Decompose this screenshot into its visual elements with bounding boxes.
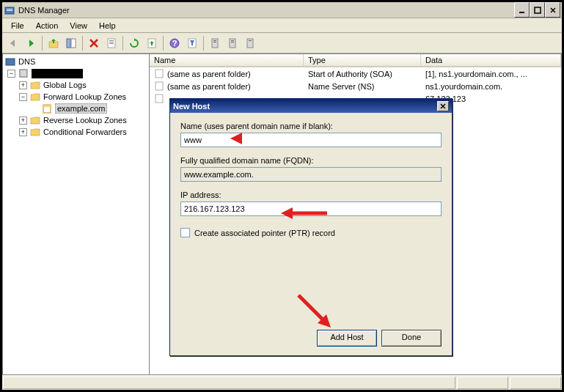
column-name[interactable]: Name bbox=[150, 54, 304, 67]
svg-rect-1 bbox=[7, 9, 12, 10]
add-host-button[interactable]: Add Host bbox=[317, 330, 377, 347]
svg-rect-28 bbox=[6, 59, 15, 65]
name-input[interactable] bbox=[180, 133, 442, 147]
window-title: DNS Manager bbox=[18, 6, 514, 15]
menu-action[interactable]: Action bbox=[30, 20, 65, 32]
svg-rect-13 bbox=[109, 40, 114, 41]
tree-server[interactable]: − bbox=[4, 67, 147, 79]
folder-icon bbox=[29, 79, 41, 91]
svg-rect-34 bbox=[155, 95, 163, 103]
ptr-checkbox[interactable] bbox=[180, 228, 190, 237]
server-name-redacted bbox=[32, 69, 83, 78]
dialog-close-button[interactable] bbox=[437, 101, 449, 111]
app-icon bbox=[4, 4, 15, 16]
collapse-icon[interactable]: − bbox=[7, 70, 15, 78]
tree-reverse-lookup-zones[interactable]: + Reverse Lookup Zones bbox=[4, 114, 147, 126]
svg-text:?: ? bbox=[172, 39, 177, 48]
zone-icon bbox=[41, 103, 53, 114]
folder-icon bbox=[29, 114, 41, 126]
svg-rect-15 bbox=[109, 43, 114, 44]
maximize-button[interactable] bbox=[530, 2, 545, 18]
svg-rect-8 bbox=[67, 39, 70, 48]
tree-conditional-forwarders[interactable]: + Conditional Forwarders bbox=[4, 126, 147, 138]
forward-button[interactable] bbox=[23, 35, 39, 51]
svg-rect-3 bbox=[519, 12, 524, 13]
expand-icon[interactable]: + bbox=[19, 128, 27, 136]
record-icon bbox=[154, 93, 164, 105]
delete-button[interactable] bbox=[86, 35, 102, 51]
refresh-button[interactable] bbox=[126, 35, 142, 51]
tool1-button[interactable] bbox=[207, 35, 223, 51]
show-hide-button[interactable] bbox=[63, 35, 79, 51]
svg-rect-25 bbox=[231, 42, 234, 42]
dns-icon bbox=[4, 56, 16, 67]
column-data[interactable]: Data bbox=[421, 54, 561, 67]
name-label: Name (uses parent domain name if blank): bbox=[180, 122, 442, 130]
svg-rect-31 bbox=[43, 105, 51, 107]
menu-help[interactable]: Help bbox=[93, 20, 122, 32]
svg-rect-20 bbox=[212, 39, 218, 48]
export-button[interactable] bbox=[144, 35, 160, 51]
column-type[interactable]: Type bbox=[304, 54, 421, 67]
record-icon bbox=[154, 68, 164, 80]
svg-rect-23 bbox=[230, 39, 235, 48]
ip-input[interactable] bbox=[180, 201, 442, 216]
done-button[interactable]: Done bbox=[381, 330, 442, 347]
up-button[interactable] bbox=[45, 35, 62, 51]
svg-rect-14 bbox=[109, 42, 114, 42]
svg-rect-9 bbox=[71, 39, 76, 48]
svg-rect-24 bbox=[231, 40, 234, 41]
status-cell bbox=[457, 377, 508, 389]
record-icon bbox=[154, 81, 164, 92]
ptr-label: Create associated pointer (PTR) record bbox=[194, 229, 335, 237]
svg-rect-22 bbox=[213, 42, 216, 42]
tree-root[interactable]: DNS bbox=[4, 56, 147, 67]
tree-pane[interactable]: DNS − + Global Logs − Forward Lookup Zon… bbox=[3, 54, 150, 374]
svg-rect-21 bbox=[213, 40, 216, 41]
svg-rect-33 bbox=[155, 82, 163, 90]
svg-rect-32 bbox=[155, 70, 163, 78]
tree-example-zone[interactable]: example.com bbox=[4, 103, 147, 114]
tree-forward-lookup-zones[interactable]: − Forward Lookup Zones bbox=[4, 91, 147, 103]
close-button[interactable] bbox=[545, 2, 560, 18]
help-button[interactable]: ? bbox=[166, 35, 183, 51]
status-cell bbox=[510, 377, 561, 389]
tool3-button[interactable] bbox=[242, 35, 258, 51]
expand-icon[interactable]: + bbox=[19, 81, 27, 89]
fqdn-label: Fully qualified domain name (FQDN): bbox=[180, 156, 442, 165]
dns-manager-window: DNS Manager File Action View Help ? bbox=[0, 0, 564, 392]
folder-icon bbox=[29, 91, 41, 103]
collapse-icon[interactable]: − bbox=[19, 93, 27, 101]
back-button[interactable] bbox=[5, 35, 21, 51]
titlebar: DNS Manager bbox=[2, 2, 562, 18]
list-row[interactable]: (same as parent folder) Start of Authori… bbox=[150, 67, 561, 80]
statusbar bbox=[2, 375, 562, 390]
svg-rect-2 bbox=[7, 10, 12, 11]
new-host-dialog: New Host Name (uses parent domain name i… bbox=[169, 98, 453, 356]
list-row[interactable]: (same as parent folder) Name Server (NS)… bbox=[150, 80, 561, 92]
dialog-title: New Host bbox=[173, 102, 437, 111]
filter-button[interactable] bbox=[184, 35, 200, 51]
svg-rect-29 bbox=[20, 70, 27, 77]
dialog-titlebar: New Host bbox=[170, 99, 452, 113]
menubar: File Action View Help bbox=[2, 18, 562, 33]
server-icon bbox=[18, 67, 29, 79]
tree-global-logs[interactable]: + Global Logs bbox=[4, 79, 147, 91]
expand-icon[interactable]: + bbox=[19, 117, 27, 125]
list-header: Name Type Data bbox=[150, 54, 561, 67]
menu-view[interactable]: View bbox=[64, 20, 93, 32]
svg-rect-4 bbox=[535, 7, 541, 13]
tool2-button[interactable] bbox=[224, 35, 241, 51]
status-main bbox=[3, 377, 455, 389]
svg-rect-26 bbox=[247, 39, 253, 48]
fqdn-input bbox=[180, 167, 442, 182]
properties-button[interactable] bbox=[103, 35, 120, 51]
svg-rect-27 bbox=[249, 40, 252, 41]
ip-label: IP address: bbox=[180, 191, 442, 199]
menu-file[interactable]: File bbox=[5, 20, 30, 32]
toolbar: ? bbox=[2, 33, 562, 53]
minimize-button[interactable] bbox=[514, 2, 530, 18]
folder-icon bbox=[29, 126, 41, 138]
